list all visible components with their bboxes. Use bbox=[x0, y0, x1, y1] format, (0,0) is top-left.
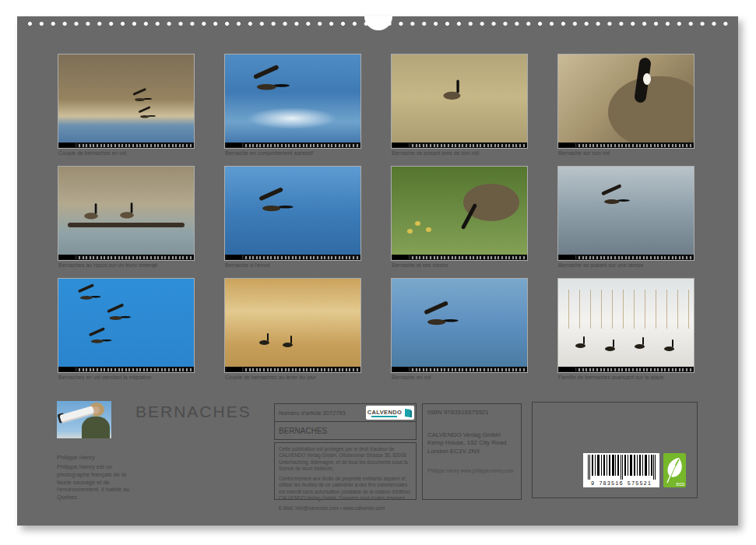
month-label bbox=[560, 367, 576, 371]
month-label bbox=[227, 143, 243, 147]
log bbox=[68, 223, 185, 227]
thumbnail-caption: Bernache à l'envol bbox=[225, 262, 360, 268]
goose-silhouette bbox=[84, 203, 101, 220]
mini-calendar-strip bbox=[392, 367, 527, 372]
thumbnail-caption: Bernache sur son nid bbox=[558, 150, 694, 156]
photographer-bio: Philippe Henry est un photographe frança… bbox=[57, 463, 138, 501]
mini-calendar-strip bbox=[58, 367, 194, 372]
thumbnail-caption: Famille de bernaches avançant sur la gla… bbox=[558, 374, 694, 380]
legal-text-box: Cette publication est protégée par le dr… bbox=[274, 442, 417, 500]
calendar-title-small: BERNACHES bbox=[275, 422, 416, 435]
calendar-thumbnail: Bernaches au repos sur un tronc émergé bbox=[58, 167, 194, 268]
month-label bbox=[227, 255, 243, 259]
photographer-name: Philippe Henry bbox=[57, 454, 142, 461]
eco-label: eco bbox=[677, 481, 684, 487]
goose-silhouette bbox=[90, 334, 112, 345]
mini-calendar-strip bbox=[392, 255, 527, 260]
calendar-thumbnail: Couple de bernaches en vol bbox=[58, 54, 194, 156]
goose-silhouette bbox=[283, 336, 295, 348]
calendar-thumbnail: Famille de bernaches avançant sur la gla… bbox=[558, 279, 694, 380]
calvendo-page-icon bbox=[404, 408, 413, 418]
thumbnail-caption: Bernache se posant près de son nid bbox=[392, 150, 527, 156]
legal-contact: E-Mail: info@calvendo.com • www.calvendo… bbox=[279, 505, 412, 512]
mini-calendar-strip bbox=[225, 367, 360, 372]
barcode-bars bbox=[583, 453, 659, 480]
gosling bbox=[415, 221, 420, 226]
month-label bbox=[227, 367, 243, 371]
goose-silhouette bbox=[575, 336, 588, 349]
goose-silhouette bbox=[635, 337, 647, 350]
calendar-thumbnail: Bernache et ses oisons bbox=[392, 167, 527, 268]
month-label bbox=[393, 143, 410, 147]
photo-goose-portrait bbox=[558, 54, 694, 148]
publisher-address: CALVENDO Verlag GmbH Kemp House, 152 Cit… bbox=[427, 431, 516, 455]
gosling bbox=[407, 229, 413, 234]
photo-aggressive-goose bbox=[225, 54, 360, 148]
thumbnail-caption: Bernache en comportement agressif bbox=[225, 150, 360, 156]
calvendo-tagline-bar bbox=[371, 416, 397, 417]
water-splash bbox=[247, 107, 337, 129]
publisher-box: ISBN 9783516575521 CALVENDO Verlag GmbH … bbox=[422, 403, 522, 500]
day-cells bbox=[578, 368, 691, 371]
day-cells bbox=[79, 256, 192, 259]
day-cells bbox=[79, 144, 192, 147]
calendar-thumbnail: Bernache en vol bbox=[392, 279, 527, 380]
day-cells bbox=[412, 368, 525, 371]
barcode-box: 9 783516 575521 eco bbox=[532, 402, 698, 498]
day-cells bbox=[578, 144, 691, 147]
month-label bbox=[60, 367, 76, 371]
month-label bbox=[560, 255, 576, 259]
month-label bbox=[60, 143, 76, 147]
mini-calendar-strip bbox=[558, 142, 694, 148]
calendar-thumbnail: Bernache sur son nid bbox=[558, 54, 694, 156]
calendar-back-page: Couple de bernaches en vol Bernache en c… bbox=[17, 16, 738, 526]
photo-goose-in-flight bbox=[392, 279, 527, 372]
goose-silhouette bbox=[139, 111, 156, 120]
goose-silhouette bbox=[602, 192, 630, 206]
photo-goose-taking-off bbox=[225, 167, 360, 260]
calvendo-logo: CALVENDO bbox=[366, 406, 414, 420]
article-info-box: Numéro d'article 2072793 CALVENDO BERNAC… bbox=[274, 403, 417, 440]
month-label bbox=[393, 255, 410, 259]
gosling bbox=[426, 227, 431, 232]
photo-geese-on-log bbox=[58, 167, 194, 260]
thumbnail-caption: Bernache en vol bbox=[392, 374, 527, 380]
photo-goose-landing-ramp bbox=[558, 167, 694, 260]
goose-silhouette bbox=[259, 333, 272, 346]
goose-silhouette bbox=[107, 311, 131, 322]
day-cells bbox=[245, 144, 358, 147]
calendar-thumbnail: Couple de bernaches au lever du jour bbox=[225, 279, 360, 380]
goose-silhouette bbox=[133, 93, 152, 103]
legal-paragraph: Cette publication est protégée par le dr… bbox=[279, 446, 412, 472]
photo-family-on-ice bbox=[558, 279, 694, 372]
thumbnail-caption: Bernaches en vol pendant la migration bbox=[58, 374, 194, 380]
calendar-title: BERNACHES bbox=[135, 403, 251, 421]
day-cells bbox=[245, 368, 358, 371]
mini-calendar-strip bbox=[58, 142, 194, 148]
mini-calendar-strip bbox=[392, 142, 527, 148]
month-label bbox=[60, 255, 76, 259]
mini-calendar-strip bbox=[225, 142, 360, 148]
day-cells bbox=[245, 256, 358, 259]
thumbnail-caption: Bernache se posant sur une rampe bbox=[558, 262, 694, 268]
photo-geese-in-flight bbox=[58, 54, 194, 148]
mini-calendar-strip bbox=[225, 255, 360, 260]
goose-silhouette bbox=[259, 197, 293, 214]
photo-couple-at-dawn bbox=[225, 279, 360, 372]
reeds bbox=[558, 290, 694, 329]
hanger-notch bbox=[364, 16, 392, 30]
calendar-thumbnail: Bernache se posant près de son nid bbox=[392, 54, 527, 156]
day-cells bbox=[412, 144, 525, 147]
ean-barcode: 9 783516 575521 bbox=[583, 453, 659, 487]
article-number-row: Numéro d'article 2072793 CALVENDO bbox=[275, 404, 416, 422]
day-cells bbox=[79, 368, 192, 371]
goose-body bbox=[608, 76, 694, 148]
mini-calendar-strip bbox=[558, 367, 694, 372]
thumbnail-grid: Couple de bernaches en vol Bernache en c… bbox=[58, 54, 694, 380]
day-cells bbox=[412, 256, 525, 259]
day-cells bbox=[578, 256, 691, 259]
article-number: Numéro d'article 2072793 bbox=[279, 410, 346, 417]
calvendo-logo-text: CALVENDO bbox=[367, 410, 403, 416]
photo-goose-with-goslings bbox=[392, 167, 527, 260]
barcode-number: 9 783516 575521 bbox=[583, 480, 659, 487]
